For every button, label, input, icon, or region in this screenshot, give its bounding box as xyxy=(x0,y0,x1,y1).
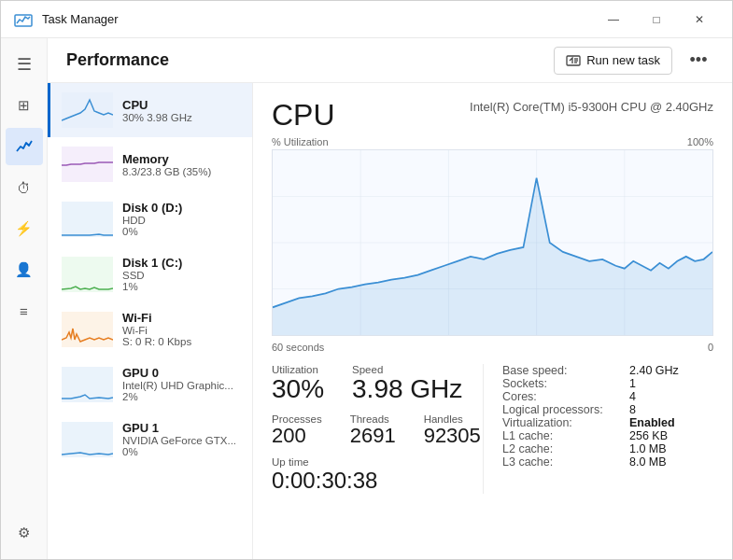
cpu-info: CPU 30% 3.98 GHz xyxy=(122,98,192,123)
spec-key: Cores: xyxy=(502,390,624,403)
device-item-cpu[interactable]: CPU 30% 3.98 GHz xyxy=(48,83,252,137)
more-options-button[interactable]: ••• xyxy=(684,46,713,76)
sidebar-performance-icon[interactable] xyxy=(6,128,43,165)
gpu0-mini-chart xyxy=(62,367,113,402)
specs-section: Base speed:2.40 GHzSockets:1Cores:4Logic… xyxy=(483,364,713,494)
gpu1-mini-chart xyxy=(62,422,113,457)
detail-bottom: Utilization 30% Speed 3.98 GHz xyxy=(272,364,713,494)
spec-value: 2.40 GHz xyxy=(629,364,679,377)
chart-x-left: 60 seconds xyxy=(272,342,324,353)
disk1-info: Disk 1 (C:) SSD 1% xyxy=(122,256,182,292)
gpu0-sub2: 2% xyxy=(122,391,233,402)
detail-header: CPU Intel(R) Core(TM) i5-9300H CPU @ 2.4… xyxy=(272,98,713,133)
run-new-task-button[interactable]: Run new task xyxy=(554,47,672,75)
detail-panel: CPU Intel(R) Core(TM) i5-9300H CPU @ 2.4… xyxy=(253,83,732,559)
utilization-stat: Utilization 30% xyxy=(272,364,324,404)
minimize-button[interactable]: — xyxy=(592,5,635,35)
chart-label-top: % Utilization 100% xyxy=(272,136,713,147)
cpu-chart xyxy=(272,149,713,336)
uptime-label: Up time xyxy=(272,456,483,468)
disk0-sub1: HDD xyxy=(122,215,182,226)
window-controls: — □ ✕ xyxy=(592,5,721,35)
sidebar-startup-icon[interactable]: ⚡ xyxy=(6,210,43,247)
sidebar-processes-icon[interactable]: ⊞ xyxy=(6,87,43,124)
body-split: CPU 30% 3.98 GHz Memor xyxy=(48,83,732,559)
stats-section: Utilization 30% Speed 3.98 GHz xyxy=(272,364,483,494)
sidebar-menu-icon[interactable]: ☰ xyxy=(6,46,43,83)
sidebar-services-icon[interactable]: ⚙ xyxy=(6,514,43,552)
disk1-name: Disk 1 (C:) xyxy=(122,256,182,270)
wifi-sub2: S: 0 R: 0 Kbps xyxy=(122,336,191,347)
spec-row: Base speed:2.40 GHz xyxy=(502,364,713,377)
device-item-disk1[interactable]: Disk 1 (C:) SSD 1% xyxy=(48,246,252,301)
stats-row-2: Processes 200 Threads 2691 Handles 92305 xyxy=(272,413,483,447)
sidebar-users-icon[interactable]: 👤 xyxy=(6,251,43,288)
spec-key: Logical processors: xyxy=(502,403,624,416)
svg-rect-9 xyxy=(62,312,113,347)
gpu0-sub1: Intel(R) UHD Graphic... xyxy=(122,380,233,391)
memory-name: Memory xyxy=(122,152,211,166)
close-button[interactable]: ✕ xyxy=(678,5,721,35)
memory-sub: 8.3/23.8 GB (35%) xyxy=(122,166,211,177)
page-header: Performance Run new task ••• xyxy=(48,38,732,83)
device-item-disk0[interactable]: Disk 0 (D:) HDD 0% xyxy=(48,191,252,246)
gpu0-name: GPU 0 xyxy=(122,366,233,380)
window: Task Manager — □ ✕ ☰ ⊞ ⏱ ⚡ 👤 ≡ ⚙ xyxy=(0,0,733,560)
window-title: Task Manager xyxy=(42,12,592,26)
spec-key: L2 cache: xyxy=(502,442,624,455)
chart-y-max: 100% xyxy=(687,136,713,147)
maximize-button[interactable]: □ xyxy=(635,5,678,35)
svg-rect-5 xyxy=(62,92,113,128)
cpu-mini-chart xyxy=(62,92,113,128)
threads-stat: Threads 2691 xyxy=(350,413,396,447)
spec-value: 8 xyxy=(629,403,636,416)
gpu0-info: GPU 0 Intel(R) UHD Graphic... 2% xyxy=(122,366,233,402)
device-item-gpu1[interactable]: GPU 1 NVIDIA GeForce GTX... 0% xyxy=(48,412,252,467)
processes-stat: Processes 200 xyxy=(272,413,322,447)
spec-row: L2 cache:1.0 MB xyxy=(502,442,713,455)
spec-value: 256 KB xyxy=(629,429,668,442)
page-title: Performance xyxy=(66,50,554,70)
svg-rect-8 xyxy=(62,257,113,292)
device-item-gpu0[interactable]: GPU 0 Intel(R) UHD Graphic... 2% xyxy=(48,357,252,412)
header-actions: Run new task ••• xyxy=(554,46,713,76)
handles-stat: Handles 92305 xyxy=(424,413,481,447)
device-sidebar: CPU 30% 3.98 GHz Memor xyxy=(48,83,253,559)
cpu-area xyxy=(273,178,712,335)
sidebar-history-icon[interactable]: ⏱ xyxy=(6,169,43,206)
gpu1-info: GPU 1 NVIDIA GeForce GTX... 0% xyxy=(122,421,236,457)
cpu-sub: 30% 3.98 GHz xyxy=(122,112,192,123)
device-item-memory[interactable]: Memory 8.3/23.8 GB (35%) xyxy=(48,137,252,191)
utilization-value: 30% xyxy=(272,375,324,404)
disk1-sub2: 1% xyxy=(122,281,182,292)
disk1-mini-chart xyxy=(62,257,113,292)
gpu1-name: GPU 1 xyxy=(122,421,236,435)
chart-y-label: % Utilization xyxy=(272,136,329,147)
chart-label-bottom: 60 seconds 0 xyxy=(272,342,713,353)
spec-key: Base speed: xyxy=(502,364,624,377)
disk0-mini-chart xyxy=(62,202,113,237)
spec-key: L1 cache: xyxy=(502,429,624,442)
uptime-value: 0:00:30:38 xyxy=(272,468,483,494)
sidebar-details-icon[interactable]: ≡ xyxy=(6,292,43,329)
wifi-mini-chart xyxy=(62,312,113,347)
spec-row: L1 cache:256 KB xyxy=(502,429,713,442)
memory-mini-chart xyxy=(62,147,113,182)
spec-row: Logical processors:8 xyxy=(502,403,713,416)
threads-label: Threads xyxy=(350,413,396,425)
handles-value: 92305 xyxy=(424,425,481,447)
gpu1-sub2: 0% xyxy=(122,446,236,457)
spec-row: Virtualization:Enabled xyxy=(502,416,713,429)
spec-key: Virtualization: xyxy=(502,416,624,429)
processes-label: Processes xyxy=(272,413,322,425)
speed-value: 3.98 GHz xyxy=(352,375,462,404)
spec-row: L3 cache:8.0 MB xyxy=(502,455,713,469)
device-item-wifi[interactable]: Wi-Fi Wi-Fi S: 0 R: 0 Kbps xyxy=(48,301,252,357)
main-area: Performance Run new task ••• xyxy=(48,38,732,559)
svg-rect-7 xyxy=(62,202,113,237)
threads-value: 2691 xyxy=(350,425,396,447)
spec-key: Sockets: xyxy=(502,377,624,390)
wifi-name: Wi-Fi xyxy=(122,311,191,325)
uptime-stat: Up time 0:00:30:38 xyxy=(272,456,483,494)
spec-value: 1.0 MB xyxy=(629,442,667,455)
